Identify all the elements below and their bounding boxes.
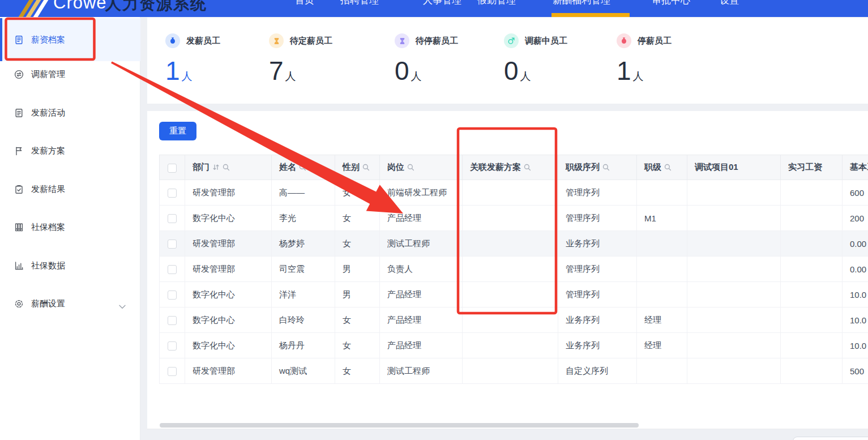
search-icon[interactable] xyxy=(362,163,370,173)
row-checkbox[interactable] xyxy=(168,341,177,351)
row-checkbox[interactable] xyxy=(168,291,177,300)
cell-base-salary: 500 xyxy=(843,358,868,384)
cell-base-salary: 0.00 xyxy=(843,231,868,257)
sidebar-item-label: 社保档案 xyxy=(31,222,65,233)
cell-position: 前端研发工程师 xyxy=(380,180,463,206)
cell-sequence: 业务序列 xyxy=(558,307,637,333)
cell-position: 负责人 xyxy=(380,257,463,282)
nav-item-hr[interactable]: 人事管理 xyxy=(423,0,461,7)
sidebar-item-salary-adjust[interactable]: 调薪管理 xyxy=(0,67,140,81)
nav-item-compensation[interactable]: 薪酬福利管理 xyxy=(553,0,610,7)
reset-button[interactable]: 重置 xyxy=(159,122,196,140)
cell-plan xyxy=(463,358,558,384)
cell-name: 高—— xyxy=(272,180,335,206)
sidebar-item-label: 发薪结果 xyxy=(31,184,65,195)
sidebar-item-social-archive[interactable]: 社保档案 xyxy=(0,220,140,234)
cell-base-salary: 200 xyxy=(843,206,868,231)
table-header-row: 部门 姓名 性别 岗位 关联发薪方案 职级序列 职级 调试项目01 实习工资 基… xyxy=(160,155,868,180)
cell-sequence: 自定义序列 xyxy=(558,358,637,384)
nav-item-home[interactable]: 首页 xyxy=(295,0,314,7)
sort-icon[interactable] xyxy=(212,163,220,173)
sidebar-item-payroll-plan[interactable]: 发薪方案 xyxy=(0,144,140,157)
table-row: 研发管理部 杨梦婷 女 测试工程师 业务序列 0.00 xyxy=(160,231,868,257)
hourglass-icon xyxy=(269,33,284,48)
cell-intern-salary xyxy=(781,257,843,282)
salary-adjust-icon xyxy=(14,70,24,79)
cell-position: 产品经理 xyxy=(380,307,463,333)
cell-name: 洋洋 xyxy=(272,282,335,307)
cell-plan xyxy=(463,282,558,307)
row-checkbox[interactable] xyxy=(168,189,177,198)
table-row: 数字化中心 白玲玲 女 产品经理 业务序列 经理 10.0 xyxy=(160,307,868,333)
search-icon[interactable] xyxy=(602,163,610,173)
row-checkbox[interactable] xyxy=(168,367,177,376)
sidebar-item-payroll-activity[interactable]: 发薪活动 xyxy=(0,106,140,119)
row-checkbox[interactable] xyxy=(168,265,177,274)
social-archive-icon xyxy=(14,223,24,232)
nav-item-recruit[interactable]: 招聘管理 xyxy=(340,0,379,7)
cell-project xyxy=(687,180,781,206)
cell-sequence: 业务序列 xyxy=(558,333,637,358)
sidebar-item-label: 发薪方案 xyxy=(31,146,65,156)
cell-name: 杨丹丹 xyxy=(272,333,335,358)
pagination-control[interactable] xyxy=(793,437,868,440)
sidebar-item-label: 薪酬设置 xyxy=(31,298,65,309)
select-all-checkbox[interactable] xyxy=(168,164,177,173)
row-checkbox[interactable] xyxy=(168,240,177,249)
sidebar-item-salary-file[interactable]: 薪资档案 xyxy=(0,33,140,46)
cell-grade: M1 xyxy=(637,206,687,231)
nav-item-settings[interactable]: 设置 xyxy=(720,0,739,7)
payroll-activity-icon xyxy=(14,108,24,118)
sidebar-item-salary-settings[interactable]: 薪酬设置 xyxy=(0,297,140,310)
chevron-down-icon[interactable] xyxy=(119,301,126,306)
app-window: Crowe 人力资源系统 首页 招聘管理 人事管理 假勤管理 薪酬福利管理 审批… xyxy=(0,0,868,440)
column-header-grade: 职级 xyxy=(637,155,687,180)
hourglass-icon xyxy=(395,33,409,48)
row-checkbox[interactable] xyxy=(168,214,177,223)
cell-project xyxy=(687,307,781,333)
search-icon[interactable] xyxy=(407,163,414,173)
table-row: 数字化中心 李光 女 产品经理 管理序列 M1 200 xyxy=(160,206,868,231)
column-header-payroll-plan: 关联发薪方案 xyxy=(463,155,558,180)
cell-project xyxy=(687,206,781,231)
stat-value: 7 xyxy=(269,56,284,86)
cell-project xyxy=(687,231,781,257)
social-data-icon xyxy=(14,261,24,271)
cell-dept: 研发管理部 xyxy=(185,231,272,257)
cell-position: 产品经理 xyxy=(380,282,463,307)
search-icon[interactable] xyxy=(299,163,306,173)
cell-name: 白玲玲 xyxy=(272,307,335,333)
stat-card-pending-salary: 待定薪员工 7 人 xyxy=(269,33,374,86)
salary-settings-icon xyxy=(14,299,24,309)
stat-unit: 人 xyxy=(633,69,644,84)
sidebar: 薪资档案 调薪管理 发薪活动 发薪方案 发薪结果 xyxy=(0,17,140,440)
cell-dept: 数字化中心 xyxy=(185,206,272,231)
cell-grade xyxy=(637,180,687,206)
stat-card-paid-employees: 发薪员工 1 人 xyxy=(165,33,270,86)
coin-adjust-icon xyxy=(504,33,519,48)
brand-name: Crowe xyxy=(53,0,107,13)
sidebar-item-label: 社保数据 xyxy=(31,260,65,271)
cell-dept: 研发管理部 xyxy=(185,180,272,206)
stat-value: 0 xyxy=(395,56,409,86)
nav-item-attendance[interactable]: 假勤管理 xyxy=(477,0,516,7)
horizontal-scrollbar[interactable] xyxy=(160,423,639,428)
search-icon[interactable] xyxy=(223,163,230,173)
cell-gender: 女 xyxy=(335,333,380,358)
column-header-gender: 性别 xyxy=(335,155,380,180)
cell-name: 杨梦婷 xyxy=(272,231,335,257)
sidebar-item-social-data[interactable]: 社保数据 xyxy=(0,259,140,272)
stat-unit: 人 xyxy=(520,69,531,84)
cell-name: 司空震 xyxy=(272,257,335,282)
stat-label: 待停薪员工 xyxy=(416,36,458,46)
cell-grade: 经理 xyxy=(637,333,687,358)
stat-value: 1 xyxy=(617,56,631,86)
search-icon[interactable] xyxy=(524,163,531,173)
nav-item-approval[interactable]: 审批中心 xyxy=(652,0,690,7)
cell-dept: 数字化中心 xyxy=(185,307,272,333)
stat-unit: 人 xyxy=(182,69,193,84)
stat-label: 发薪员工 xyxy=(186,36,220,46)
row-checkbox[interactable] xyxy=(168,316,177,325)
sidebar-item-payroll-result[interactable]: 发薪结果 xyxy=(0,182,140,196)
search-icon[interactable] xyxy=(664,163,672,173)
